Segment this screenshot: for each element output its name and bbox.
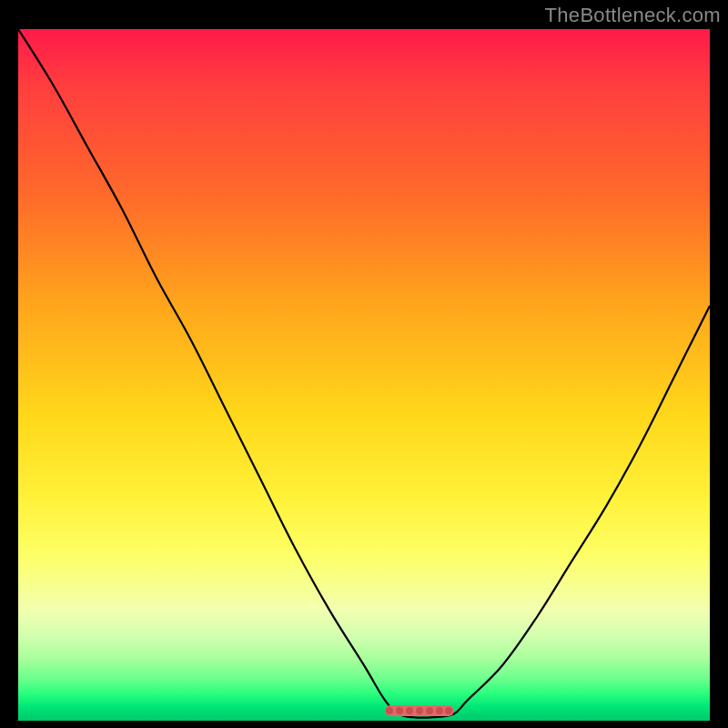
marker-dot [416, 707, 423, 714]
attribution-text: TheBottleneck.com [545, 4, 721, 27]
marker-dot [426, 707, 433, 714]
bottleneck-curve [18, 29, 710, 721]
marker-dot [406, 707, 413, 714]
marker-dot [445, 707, 452, 714]
optimal-range-marker [385, 705, 454, 716]
marker-dot [396, 707, 403, 714]
marker-dot [386, 707, 393, 714]
marker-dot [436, 707, 443, 714]
chart-container [18, 29, 710, 721]
